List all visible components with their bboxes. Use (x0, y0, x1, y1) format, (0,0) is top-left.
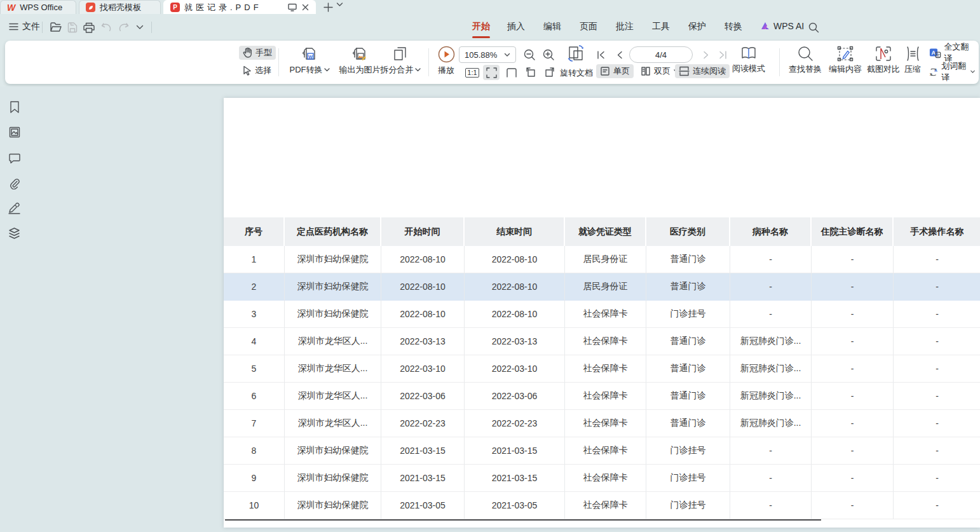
attachment-icon[interactable] (8, 177, 20, 189)
bookmark-icon[interactable] (8, 101, 20, 113)
signature-icon[interactable] (8, 202, 20, 214)
comment-icon[interactable] (8, 152, 20, 164)
find-replace-button[interactable]: 查找替换 (786, 46, 825, 75)
pdf-page[interactable]: 序号定点医药机构名称开始时间结束时间就诊凭证类型医疗类别病种名称住院主诊断名称手… (224, 98, 980, 528)
menu-tools[interactable]: 工具 (650, 21, 672, 32)
zoom-in-button[interactable] (541, 48, 555, 62)
last-page-button[interactable] (716, 48, 730, 62)
table-cell: - (894, 492, 980, 519)
screenshot-compare-button[interactable]: 截图对比 (864, 46, 902, 75)
close-icon[interactable] (302, 4, 309, 11)
column-header: 病种名称 (730, 217, 812, 246)
table-cell: - (730, 246, 812, 273)
tab-docer-templates[interactable]: 找稻壳模板 (79, 0, 161, 14)
table-cell: 深圳市妇幼保健院 (285, 273, 381, 301)
thumbnail-icon[interactable] (8, 126, 20, 138)
search-icon[interactable] (807, 21, 820, 34)
fit-width-button[interactable] (503, 65, 520, 80)
table-cell: 4 (224, 328, 285, 355)
fit-page-button[interactable] (483, 65, 500, 80)
table-cell: 2 (224, 273, 285, 301)
table-cell: 2022-08-10 (381, 301, 465, 328)
table-row: 10深圳市妇幼保健院2021-03-052021-03-05社会保障卡门诊挂号-… (224, 492, 980, 519)
word-translate-button[interactable]: x A 划词翻译 (925, 65, 979, 79)
next-page-button[interactable] (699, 48, 713, 62)
table-cell: 2022-08-10 (381, 273, 465, 301)
menu-wps-ai[interactable]: WPS AI (760, 21, 804, 31)
full-translate-icon: A 文 (929, 48, 941, 58)
tab-document-pdf[interactable]: P 就医记录.PDF (163, 0, 316, 14)
table-cell: - (730, 301, 812, 328)
table-cell: 门诊挂号 (646, 301, 730, 328)
compress-button[interactable]: 压缩 (899, 46, 927, 75)
table-cell: 1 (224, 246, 285, 273)
select-tool-label: 选择 (255, 65, 271, 76)
hand-tool-button[interactable]: 手型 (239, 46, 276, 60)
tab-list-chevron-down-icon[interactable] (336, 2, 343, 7)
rotate-left-button[interactable] (524, 65, 538, 79)
table-cell: - (812, 437, 894, 465)
column-header: 住院主诊断名称 (812, 217, 894, 246)
undo-button[interactable] (100, 21, 113, 34)
zoom-in-icon (543, 49, 555, 61)
rotate-right-button[interactable] (543, 65, 557, 79)
table-cell: 2021-03-15 (465, 437, 565, 465)
table-cell: - (812, 301, 894, 328)
menu-protect[interactable]: 保护 (686, 21, 708, 32)
table-cell: - (812, 383, 894, 410)
quick-access-chevron-down-icon[interactable] (133, 21, 146, 34)
table-cell: - (812, 465, 894, 492)
menu-home[interactable]: 开始 (470, 21, 492, 32)
actual-size-button[interactable]: 1:1 (464, 65, 480, 80)
pdf-convert-button[interactable]: W PDF转换 (285, 46, 334, 76)
table-cell: - (894, 328, 980, 355)
single-page-label: 单页 (613, 65, 630, 77)
first-page-button[interactable] (594, 48, 608, 62)
wps-office-window: W WPS Office 找稻壳模板 P 就医记录.PDF (0, 0, 980, 532)
menu-annotate[interactable]: 批注 (614, 21, 636, 32)
play-icon (438, 46, 455, 63)
column-header: 定点医药机构名称 (285, 217, 381, 246)
prev-page-icon (616, 51, 623, 59)
table-cell: 居民身份证 (565, 246, 646, 273)
select-tool-button[interactable]: 选择 (239, 64, 276, 78)
print-button[interactable] (83, 21, 95, 34)
zoom-level-select[interactable]: 105.88% (459, 46, 516, 63)
svg-text:文: 文 (936, 52, 941, 57)
table-cell: 深圳市龙华区人... (285, 410, 381, 437)
table-cell: - (894, 465, 980, 492)
layers-icon[interactable] (8, 227, 20, 239)
zoom-out-button[interactable] (522, 48, 536, 62)
split-merge-button[interactable]: 拆分合并 (375, 46, 426, 76)
table-cell: 新冠肺炎门诊... (730, 328, 812, 355)
tab-wps-office[interactable]: W WPS Office (0, 0, 76, 14)
read-mode-button[interactable]: 阅读模式 (730, 46, 768, 74)
play-button[interactable]: 播放 (432, 46, 460, 76)
single-page-button[interactable]: 单页 (596, 64, 634, 78)
prev-page-button[interactable] (613, 48, 627, 62)
edit-content-button[interactable]: 编辑内容 (826, 46, 864, 75)
menu-insert[interactable]: 插入 (505, 21, 527, 32)
menu-page[interactable]: 页面 (578, 21, 599, 32)
page-indicator-input[interactable]: 4/4 (629, 46, 693, 63)
continuous-read-button[interactable]: 连续阅读 (675, 64, 730, 78)
table-cell: - (812, 355, 894, 383)
menu-convert[interactable]: 转换 (723, 21, 744, 32)
file-menu[interactable]: 文件 (9, 21, 40, 32)
save-button[interactable] (66, 21, 79, 34)
fit-page-icon (486, 67, 497, 78)
rotate-document-button[interactable] (567, 44, 585, 62)
new-tab-button[interactable] (321, 1, 335, 13)
menu-edit[interactable]: 编辑 (541, 21, 563, 32)
redo-button[interactable] (117, 21, 130, 34)
single-page-icon (600, 66, 610, 76)
read-mode-label: 阅读模式 (732, 63, 765, 74)
table-cell: - (812, 273, 894, 301)
open-file-button[interactable] (50, 21, 62, 34)
full-translate-button[interactable]: A 文 全文翻译 (925, 46, 979, 60)
table-cell: 门诊挂号 (646, 437, 730, 465)
continuous-icon (679, 66, 690, 76)
monitor-icon[interactable] (288, 3, 297, 11)
table-cell: - (894, 383, 980, 410)
screenshot-compare-label: 截图对比 (867, 64, 900, 75)
